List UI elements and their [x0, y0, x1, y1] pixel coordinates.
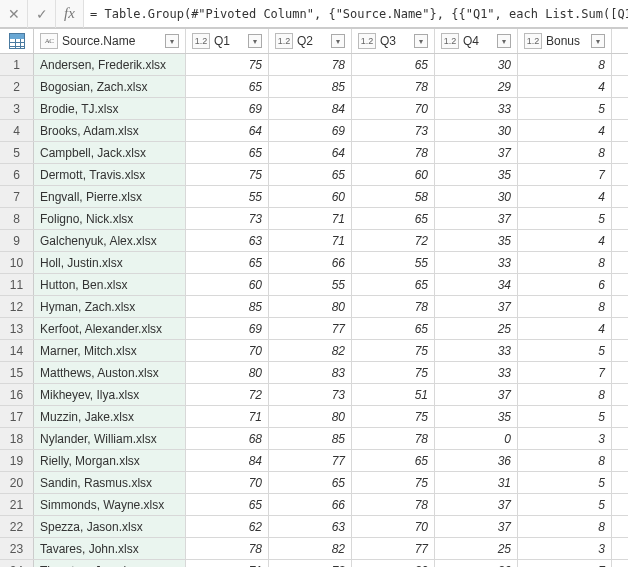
cell-q2[interactable]: 80 — [269, 296, 352, 317]
row-number[interactable]: 3 — [0, 98, 34, 119]
cell-q1[interactable]: 65 — [186, 76, 269, 97]
table-row[interactable]: 7Engvall, Pierre.xlsx556058304 — [0, 186, 628, 208]
row-number[interactable]: 15 — [0, 362, 34, 383]
cell-q3[interactable]: 72 — [352, 230, 435, 251]
cell-q3[interactable]: 77 — [352, 538, 435, 559]
cell-source-name[interactable]: Tavares, John.xlsx — [34, 538, 186, 559]
cell-bonus[interactable]: 8 — [518, 142, 612, 163]
cell-q1[interactable]: 84 — [186, 450, 269, 471]
cell-bonus[interactable]: 8 — [518, 516, 612, 537]
cell-source-name[interactable]: Hyman, Zach.xlsx — [34, 296, 186, 317]
cell-q2[interactable]: 73 — [269, 560, 352, 567]
column-header-q3[interactable]: 1.2 Q3 ▾ — [352, 29, 435, 53]
cell-q1[interactable]: 60 — [186, 274, 269, 295]
cell-q2[interactable]: 80 — [269, 406, 352, 427]
cell-bonus[interactable]: 7 — [518, 164, 612, 185]
table-row[interactable]: 13Kerfoot, Alexander.xlsx697765254 — [0, 318, 628, 340]
cell-q3[interactable]: 73 — [352, 120, 435, 141]
row-number[interactable]: 22 — [0, 516, 34, 537]
table-row[interactable]: 18Nylander, William.xlsx68857803 — [0, 428, 628, 450]
cell-q2[interactable]: 71 — [269, 230, 352, 251]
cell-source-name[interactable]: Spezza, Jason.xlsx — [34, 516, 186, 537]
row-number[interactable]: 19 — [0, 450, 34, 471]
row-number[interactable]: 2 — [0, 76, 34, 97]
row-number[interactable]: 9 — [0, 230, 34, 251]
cell-q1[interactable]: 80 — [186, 362, 269, 383]
cell-q1[interactable]: 65 — [186, 252, 269, 273]
cell-q4[interactable]: 33 — [435, 98, 518, 119]
cell-q3[interactable]: 65 — [352, 274, 435, 295]
cell-bonus[interactable]: 8 — [518, 296, 612, 317]
row-number[interactable]: 16 — [0, 384, 34, 405]
cell-q1[interactable]: 70 — [186, 472, 269, 493]
cell-bonus[interactable]: 7 — [518, 560, 612, 567]
cell-bonus[interactable]: 8 — [518, 252, 612, 273]
cell-source-name[interactable]: Nylander, William.xlsx — [34, 428, 186, 449]
cell-q2[interactable]: 64 — [269, 142, 352, 163]
cell-q4[interactable]: 33 — [435, 252, 518, 273]
column-header-q2[interactable]: 1.2 Q2 ▾ — [269, 29, 352, 53]
cell-q1[interactable]: 65 — [186, 142, 269, 163]
column-header-source-name[interactable]: AC Source.Name ▾ — [34, 29, 186, 53]
table-row[interactable]: 1Andersen, Frederik.xlsx757865308 — [0, 54, 628, 76]
cell-bonus[interactable]: 8 — [518, 384, 612, 405]
cell-bonus[interactable]: 5 — [518, 98, 612, 119]
cell-bonus[interactable]: 3 — [518, 428, 612, 449]
cell-q4[interactable]: 37 — [435, 384, 518, 405]
cancel-icon[interactable]: ✕ — [0, 0, 28, 28]
cell-q3[interactable]: 70 — [352, 98, 435, 119]
cell-bonus[interactable]: 5 — [518, 208, 612, 229]
cell-source-name[interactable]: Engvall, Pierre.xlsx — [34, 186, 186, 207]
cell-q3[interactable]: 78 — [352, 142, 435, 163]
cell-q4[interactable]: 30 — [435, 120, 518, 141]
cell-bonus[interactable]: 8 — [518, 450, 612, 471]
cell-bonus[interactable]: 5 — [518, 494, 612, 515]
cell-q1[interactable]: 65 — [186, 494, 269, 515]
cell-bonus[interactable]: 3 — [518, 538, 612, 559]
cell-q4[interactable]: 37 — [435, 296, 518, 317]
cell-q3[interactable]: 65 — [352, 450, 435, 471]
cell-q1[interactable]: 62 — [186, 516, 269, 537]
cell-q2[interactable]: 78 — [269, 54, 352, 75]
cell-q1[interactable]: 71 — [186, 406, 269, 427]
cell-bonus[interactable]: 4 — [518, 186, 612, 207]
cell-source-name[interactable]: Bogosian, Zach.xlsx — [34, 76, 186, 97]
cell-source-name[interactable]: Muzzin, Jake.xlsx — [34, 406, 186, 427]
cell-q3[interactable]: 75 — [352, 340, 435, 361]
cell-q2[interactable]: 63 — [269, 516, 352, 537]
cell-q3[interactable]: 78 — [352, 76, 435, 97]
cell-q2[interactable]: 60 — [269, 186, 352, 207]
cell-source-name[interactable]: Foligno, Nick.xlsx — [34, 208, 186, 229]
table-row[interactable]: 20Sandin, Rasmus.xlsx706575315 — [0, 472, 628, 494]
cell-source-name[interactable]: Brodie, TJ.xlsx — [34, 98, 186, 119]
cell-bonus[interactable]: 7 — [518, 362, 612, 383]
cell-q3[interactable]: 60 — [352, 164, 435, 185]
cell-q2[interactable]: 69 — [269, 120, 352, 141]
cell-q2[interactable]: 83 — [269, 362, 352, 383]
row-number[interactable]: 7 — [0, 186, 34, 207]
table-row[interactable]: 6Dermott, Travis.xlsx756560357 — [0, 164, 628, 186]
cell-q4[interactable]: 33 — [435, 362, 518, 383]
cell-q1[interactable]: 85 — [186, 296, 269, 317]
cell-q2[interactable]: 85 — [269, 428, 352, 449]
cell-bonus[interactable]: 5 — [518, 472, 612, 493]
cell-q2[interactable]: 66 — [269, 252, 352, 273]
column-header-q1[interactable]: 1.2 Q1 ▾ — [186, 29, 269, 53]
cell-source-name[interactable]: Dermott, Travis.xlsx — [34, 164, 186, 185]
cell-bonus[interactable]: 4 — [518, 230, 612, 251]
cell-source-name[interactable]: Andersen, Frederik.xlsx — [34, 54, 186, 75]
table-row[interactable]: 3Brodie, TJ.xlsx698470335 — [0, 98, 628, 120]
cell-bonus[interactable]: 5 — [518, 406, 612, 427]
cell-q3[interactable]: 75 — [352, 362, 435, 383]
cell-source-name[interactable]: Simmonds, Wayne.xlsx — [34, 494, 186, 515]
cell-q4[interactable]: 35 — [435, 230, 518, 251]
cell-q2[interactable]: 73 — [269, 384, 352, 405]
row-number[interactable]: 6 — [0, 164, 34, 185]
accept-icon[interactable]: ✓ — [28, 0, 56, 28]
row-number[interactable]: 14 — [0, 340, 34, 361]
cell-q4[interactable]: 25 — [435, 318, 518, 339]
cell-source-name[interactable]: Kerfoot, Alexander.xlsx — [34, 318, 186, 339]
cell-source-name[interactable]: Brooks, Adam.xlsx — [34, 120, 186, 141]
row-number[interactable]: 4 — [0, 120, 34, 141]
cell-q1[interactable]: 63 — [186, 230, 269, 251]
